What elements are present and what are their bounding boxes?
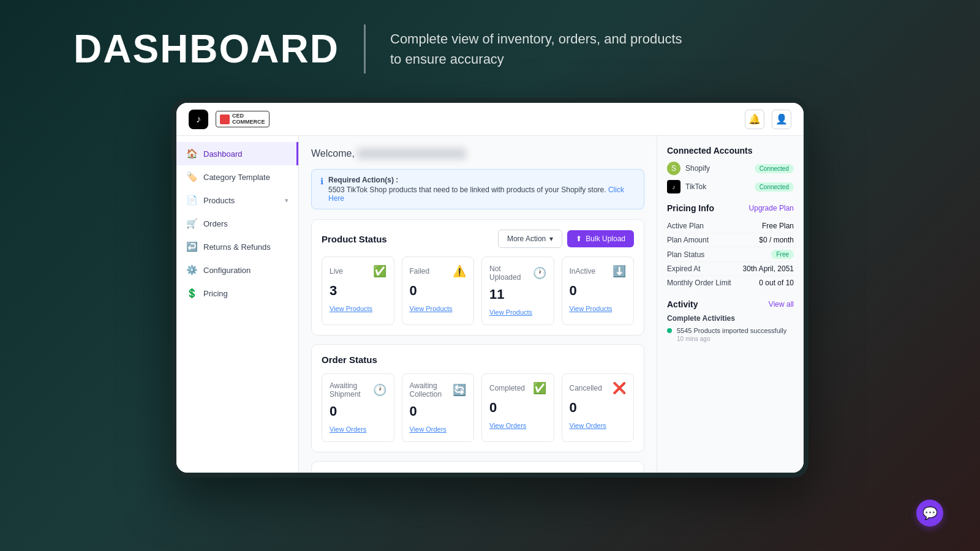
inactive-count: 0 (570, 283, 627, 299)
shopify-account-row: S Shopify Connected (667, 162, 794, 175)
activity-dot-icon (667, 328, 672, 333)
category-template-icon: 🏷️ (186, 171, 197, 182)
product-status-not-uploaded: Not Uploaded 🕐 11 View Products (481, 257, 554, 325)
tiktok-logo-icon: ♪ (189, 110, 208, 129)
cancelled-view-orders-link[interactable]: View Orders (570, 422, 606, 429)
awaiting-collection-view-orders-link[interactable]: View Orders (410, 425, 447, 433)
plan-status-badge: Free (771, 250, 794, 259)
product-status-inactive: InActive ⬇️ 0 View Products (562, 257, 635, 325)
sidebar-label-dashboard: Dashboard (203, 149, 243, 159)
hero-title: DASHBOARD (74, 26, 339, 72)
pricing-expired-at-row: Expired At 30th April, 2051 (667, 262, 794, 276)
faq-card: Frequently Asked Questions (311, 461, 644, 473)
tiktok-connected-badge: Connected (755, 182, 794, 192)
alert-content: Required Action(s) : 5503 TikTok Shop pr… (328, 176, 635, 203)
alert-message: 5503 TikTok Shop products that need to b… (328, 186, 606, 194)
completed-label: Completed (489, 384, 525, 392)
monthly-order-limit-value: 0 out of 10 (759, 279, 794, 287)
ced-icon (220, 114, 230, 124)
welcome-user (357, 148, 466, 159)
product-status-failed: Failed ⚠️ 0 View Products (402, 257, 475, 325)
welcome-prefix: Welcome, (311, 148, 355, 159)
connected-accounts-section: Connected Accounts S Shopify Connected ♪… (667, 146, 794, 193)
pricing-monthly-order-limit-row: Monthly Order Limit 0 out of 10 (667, 276, 794, 290)
alert-title: Required Action(s) : (328, 176, 635, 184)
awaiting-collection-count: 0 (410, 403, 467, 419)
activity-section: Activity View all Complete Activities 55… (667, 299, 794, 342)
active-plan-label: Active Plan (667, 222, 704, 230)
chat-button[interactable]: 💬 (916, 500, 943, 527)
alert-icon: ℹ (320, 176, 323, 186)
notification-button[interactable]: 🔔 (745, 110, 764, 129)
profile-button[interactable]: 👤 (772, 110, 791, 129)
monthly-order-limit-label: Monthly Order Limit (667, 279, 731, 287)
more-action-label: More Action (507, 234, 546, 243)
sidebar-label-category-template: Category Template (203, 173, 270, 182)
more-action-button[interactable]: More Action ▾ (498, 230, 562, 248)
product-status-live: Live ✅ 3 View Products (322, 257, 394, 325)
pricing-info-title: Pricing Info (667, 203, 714, 213)
plan-amount-label: Plan Amount (667, 236, 709, 244)
sidebar-item-pricing[interactable]: 💲 Pricing (176, 282, 298, 305)
not-uploaded-icon: 🕐 (533, 266, 546, 280)
completed-view-orders-link[interactable]: View Orders (489, 422, 526, 429)
awaiting-collection-icon: 🔄 (453, 383, 466, 397)
welcome-text: Welcome, (311, 148, 644, 159)
upgrade-plan-link[interactable]: Upgrade Plan (749, 204, 794, 212)
inactive-label: InActive (570, 267, 596, 276)
dashboard-icon: 🏠 (186, 148, 197, 159)
sidebar-label-pricing: Pricing (203, 289, 228, 298)
live-label: Live (330, 267, 343, 276)
app-body: 🏠 Dashboard 🏷️ Category Template 📄 Produ… (176, 136, 804, 473)
awaiting-shipment-view-orders-link[interactable]: View Orders (330, 425, 366, 433)
live-icon: ✅ (373, 264, 386, 278)
tiktok-name: TikTok (685, 182, 706, 191)
activity-item-time: 10 mins ago (677, 335, 786, 342)
product-status-actions: More Action ▾ ⬆ Bulk Upload (498, 230, 634, 248)
tiktok-account-row: ♪ TikTok Connected (667, 180, 794, 193)
sidebar: 🏠 Dashboard 🏷️ Category Template 📄 Produ… (176, 136, 299, 473)
cancelled-icon: ❌ (612, 381, 626, 395)
products-icon: 📄 (186, 195, 197, 206)
device-inner: ♪ CEDCOMMERCE 🔔 👤 🏠 Dashboard 🏷️ (176, 103, 804, 473)
main-content: Welcome, ℹ Required Action(s) : 5503 Tik… (299, 136, 657, 473)
sidebar-label-orders: Orders (203, 219, 228, 228)
sidebar-item-configuration[interactable]: ⚙️ Configuration (176, 258, 298, 282)
awaiting-shipment-label: Awaiting Shipment (330, 381, 373, 399)
sidebar-item-products[interactable]: 📄 Products ▾ (176, 189, 298, 212)
order-completed: Completed ✅ 0 View Orders (481, 373, 554, 442)
activity-item-text: 5545 Products imported successfully (677, 326, 786, 335)
sidebar-item-returns-refunds[interactable]: ↩️ Returns & Refunds (176, 235, 298, 258)
order-status-header: Order Status (322, 354, 634, 365)
order-status-card: Order Status Awaiting Shipment 🕐 0 View … (311, 344, 644, 452)
inactive-view-products-link[interactable]: View Products (570, 305, 612, 312)
activity-title: Activity (667, 299, 698, 309)
awaiting-collection-label: Awaiting Collection (410, 381, 453, 399)
awaiting-shipment-icon: 🕐 (373, 383, 386, 397)
more-action-chevron-icon: ▾ (549, 234, 553, 243)
failed-view-products-link[interactable]: View Products (410, 305, 453, 312)
expired-at-value: 30th April, 2051 (743, 264, 794, 273)
active-plan-value: Free Plan (762, 222, 794, 230)
sidebar-item-dashboard[interactable]: 🏠 Dashboard (176, 142, 298, 165)
order-status-grid: Awaiting Shipment 🕐 0 View Orders Awaiti… (322, 373, 634, 442)
activity-view-all-link[interactable]: View all (769, 300, 794, 309)
plan-amount-value: $0 / month (759, 236, 794, 244)
activity-item-0: 5545 Products imported successfully 10 m… (667, 326, 794, 342)
product-status-card: Product Status More Action ▾ ⬆ Bulk Uplo… (311, 219, 644, 335)
sidebar-item-category-template[interactable]: 🏷️ Category Template (176, 165, 298, 189)
header-actions: 🔔 👤 (745, 110, 791, 129)
bulk-upload-button[interactable]: ⬆ Bulk Upload (567, 230, 634, 247)
bulk-upload-label: Bulk Upload (586, 234, 625, 243)
live-view-products-link[interactable]: View Products (330, 305, 372, 312)
sidebar-item-orders[interactable]: 🛒 Orders (176, 212, 298, 235)
pricing-active-plan-row: Active Plan Free Plan (667, 219, 794, 233)
product-status-title: Product Status (322, 234, 387, 244)
expired-at-label: Expired At (667, 264, 701, 273)
failed-icon: ⚠️ (453, 264, 466, 278)
ced-text: CEDCOMMERCE (232, 113, 265, 126)
pricing-info-section: Pricing Info Upgrade Plan Active Plan Fr… (667, 203, 794, 290)
pricing-icon: 💲 (186, 288, 197, 299)
not-uploaded-count: 11 (489, 287, 546, 302)
not-uploaded-view-products-link[interactable]: View Products (489, 309, 532, 316)
